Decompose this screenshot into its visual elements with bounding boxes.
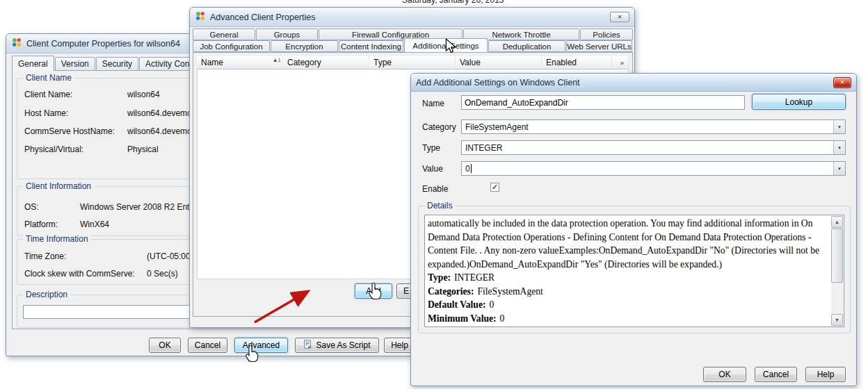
category-select[interactable]: FileSystemAgent ▼: [461, 119, 846, 134]
field-value: Windows Server 2008 R2 Enterpr: [80, 202, 204, 212]
save-as-script-button[interactable]: Save As Script: [295, 338, 379, 353]
details-text: automatically be included in the data pr…: [428, 217, 828, 325]
name-input[interactable]: [461, 95, 745, 110]
field-value: WinX64: [80, 220, 109, 229]
column-header-name[interactable]: Name ▲1: [197, 56, 283, 69]
column-header-value[interactable]: Value: [456, 56, 542, 69]
script-icon: [303, 340, 312, 351]
group-title: Description: [23, 290, 70, 299]
enable-label: Enable: [422, 184, 448, 194]
tab-web-server-urls[interactable]: Web Server URLs: [566, 40, 632, 52]
value-text: 0: [462, 162, 833, 175]
field-label: Physical/Virtual:: [24, 144, 127, 154]
cursor-hand-icon: [243, 345, 260, 364]
tab-version[interactable]: Version: [55, 57, 95, 71]
column-chooser-icon[interactable]: »: [612, 56, 629, 69]
details-prop: Minimum Value:0: [428, 312, 828, 326]
tab-groups[interactable]: Groups: [256, 28, 318, 40]
group-title: Time Information: [23, 234, 91, 244]
field-value: 0 Sec(s): [147, 269, 178, 279]
cancel-button[interactable]: Cancel: [188, 338, 227, 353]
group-title: Details: [424, 201, 456, 210]
type-label: Type: [422, 143, 440, 153]
details-group: Details automatically be included in the…: [418, 206, 851, 333]
tab-general[interactable]: General: [12, 56, 54, 71]
close-icon: ✕: [618, 14, 622, 20]
column-header-category[interactable]: Category: [283, 56, 369, 69]
scroll-up-icon[interactable]: ▲: [831, 216, 843, 228]
tab-policies[interactable]: Policies: [580, 28, 633, 40]
field-label: OS:: [24, 202, 80, 212]
app-icon: [11, 37, 22, 50]
details-paragraph: automatically be included in the data pr…: [428, 217, 828, 271]
advanced-dialog-titlebar[interactable]: Advanced Client Properties ✕: [190, 8, 634, 27]
check-icon: ✓: [492, 183, 498, 192]
add-dialog-titlebar[interactable]: Add Additional Settings on Windows Clien…: [411, 74, 856, 92]
field-label: Clock skew with CommServe:: [24, 269, 147, 279]
column-header-type[interactable]: Type: [369, 56, 456, 69]
field-label: Host Name:: [24, 108, 127, 118]
save-as-script-label: Save As Script: [316, 340, 370, 350]
name-label: Name: [422, 99, 444, 108]
chevron-down-icon[interactable]: ▼: [833, 120, 845, 133]
text-caret: [471, 164, 472, 173]
cancel-button[interactable]: Cancel: [755, 367, 797, 382]
tab-job-configuration[interactable]: Job Configuration: [193, 40, 270, 52]
column-header-enabled[interactable]: Enabled: [542, 56, 612, 69]
advanced-button[interactable]: Advanced: [234, 338, 288, 353]
advanced-dialog-title: Advanced Client Properties: [210, 13, 315, 22]
annotation-arrow: [245, 279, 321, 329]
tab-content-indexing[interactable]: Content Indexing: [339, 40, 403, 52]
tab-encryption[interactable]: Encryption: [271, 40, 338, 52]
field-value: Physical: [127, 144, 159, 154]
details-textarea[interactable]: automatically be included in the data pr…: [424, 215, 844, 327]
sort-indicator: ▲1: [273, 57, 281, 63]
details-prop: Type:INTEGER: [428, 271, 828, 285]
details-prop: Categories:FileSystemAgent: [428, 285, 828, 299]
cursor-hand-icon: [367, 282, 383, 301]
close-button[interactable]: ✕: [833, 77, 851, 88]
field-label: Platform:: [24, 220, 80, 229]
field-value: wilson64.devemc.c: [127, 108, 198, 118]
value-label: Value: [422, 164, 443, 174]
field-label: Client Name:: [24, 90, 127, 99]
category-label: Category: [422, 122, 456, 132]
settings-table-header: Name ▲1 Category Type Value Enabled »: [197, 56, 629, 69]
category-value: FileSystemAgent: [462, 120, 833, 133]
cursor-arrow-icon: [445, 38, 456, 53]
close-icon: ✕: [840, 79, 845, 85]
client-dialog-title: Client Computer Properties for wilson64: [26, 39, 180, 49]
add-dialog-title: Add Additional Settings on Windows Clien…: [416, 78, 580, 88]
chevron-down-icon[interactable]: ▼: [833, 141, 845, 154]
value-input[interactable]: 0 ▼: [461, 161, 846, 176]
group-title: Client Name: [23, 73, 74, 83]
field-value: wilson64.devemc.c: [127, 126, 198, 136]
tab-general[interactable]: General: [193, 28, 255, 40]
type-value: INTEGER: [462, 141, 833, 154]
lookup-button[interactable]: Lookup: [752, 94, 846, 110]
tab-security[interactable]: Security: [96, 57, 138, 71]
details-prop: Default Value:0: [428, 298, 828, 312]
scroll-down-icon[interactable]: ▼: [831, 314, 843, 326]
date-text: Saturday, January 26, 2013: [402, 0, 504, 5]
help-button[interactable]: Help: [805, 367, 846, 382]
type-select[interactable]: INTEGER ▼: [461, 140, 846, 155]
field-value: wilson64: [127, 90, 160, 99]
column-label: Name: [201, 58, 223, 67]
field-label: CommServe HostName:: [24, 126, 127, 136]
close-button[interactable]: ✕: [610, 12, 629, 22]
tab-deduplication[interactable]: Deduplication: [488, 40, 565, 52]
ok-button[interactable]: OK: [149, 338, 181, 353]
scrollbar-thumb[interactable]: [831, 229, 843, 283]
add-additional-settings-dialog: Add Additional Settings on Windows Clien…: [410, 73, 857, 386]
group-title: Client Information: [23, 181, 94, 191]
field-label: Time Zone:: [24, 251, 147, 261]
chevron-down-icon[interactable]: ▼: [833, 162, 845, 175]
ok-button[interactable]: OK: [703, 367, 746, 382]
enable-checkbox[interactable]: ✓: [490, 183, 499, 192]
details-scrollbar[interactable]: ▲ ▼: [831, 216, 843, 326]
app-icon: [195, 10, 206, 24]
